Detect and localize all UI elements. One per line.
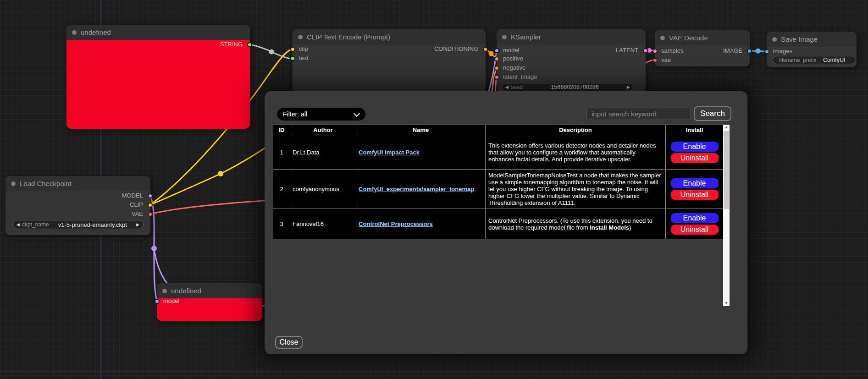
input-port-latent-image[interactable] (494, 75, 499, 80)
input-label-vae: vae (661, 56, 671, 64)
header-id: ID (273, 125, 290, 135)
node-save-image[interactable]: Save Image images filename_prefix ComfyU… (767, 32, 857, 67)
node-title: Save Image (781, 35, 818, 43)
wire-model-to-undefined (150, 196, 157, 301)
node-title: VAE Decode (669, 34, 708, 42)
filename-prefix-widget[interactable]: filename_prefix ComfyUI (773, 56, 856, 64)
node-undefined-model[interactable]: undefined model (157, 283, 262, 321)
cell-author: Fannovel16 (290, 209, 356, 239)
seed-decrement-arrow[interactable]: ◀ (505, 85, 509, 89)
table-row: 1 Dr.Lt.Data ComfyUI Impact Pack This ex… (273, 135, 724, 170)
enable-button[interactable]: Enable (671, 213, 719, 223)
seed-widget-name: seed (511, 84, 523, 90)
output-port-model[interactable] (148, 193, 153, 198)
input-port-clip[interactable] (290, 47, 295, 52)
filter-dropdown[interactable]: Filter: all (277, 108, 365, 121)
node-load-checkpoint[interactable]: Load Checkpoint MODEL CLIP VAE ◀ ckpt_na… (6, 176, 150, 235)
input-port-positive[interactable] (494, 56, 499, 61)
node-title: Load Checkpoint (20, 180, 72, 187)
cell-author: comfyanonymous (290, 170, 356, 209)
node-title: undefined (81, 28, 111, 36)
reroute-dot-conditioning[interactable] (489, 51, 494, 56)
node-clip-text-encode[interactable]: CLIP Text Encode (Prompt) clip text COND… (293, 29, 486, 93)
header-author: Author (290, 125, 356, 135)
input-label-negative: negative (503, 64, 525, 71)
input-label-images: images (773, 48, 792, 55)
search-button[interactable]: Search (694, 106, 731, 121)
input-label-latent-image: latent_image (503, 73, 537, 81)
output-label-string: STRING (220, 41, 243, 48)
reroute-dot-clip[interactable] (218, 171, 223, 176)
output-port-string[interactable] (247, 42, 252, 47)
output-port-vae[interactable] (148, 212, 153, 217)
cell-author: Dr.Lt.Data (290, 135, 356, 170)
custom-nodes-manager-dialog: Filter: all Search ID Author Name Descri… (265, 91, 747, 354)
scrollbar-up-arrow[interactable]: ▲ (723, 125, 730, 130)
input-port-negative[interactable] (494, 66, 499, 71)
ckpt-next-arrow[interactable]: ▶ (136, 222, 139, 227)
ckpt-prev-arrow[interactable]: ◀ (17, 222, 20, 227)
input-port-model[interactable] (155, 299, 160, 304)
enable-button[interactable]: Enable (671, 178, 719, 188)
header-description: Description (486, 125, 666, 135)
output-label-conditioning: CONDITIONING (434, 45, 478, 53)
reroute-dot-model[interactable] (151, 246, 157, 251)
input-port-images[interactable] (764, 49, 769, 54)
input-label-clip: clip (299, 45, 308, 53)
seed-increment-arrow[interactable]: ▶ (627, 85, 630, 89)
node-error-body (66, 40, 250, 129)
node-title-dot (298, 35, 303, 39)
uninstall-button[interactable]: Uninstall (671, 225, 719, 235)
output-label-vae: VAE (132, 210, 143, 218)
input-port-vae[interactable] (652, 58, 658, 63)
output-label-image: IMAGE (723, 47, 742, 55)
extension-link[interactable]: ComfyUI_experiments/sampler_tonemap (359, 186, 474, 192)
node-title: KSampler (511, 33, 541, 41)
ckpt-name-widget[interactable]: ◀ ckpt_name v1-5-pruned-emaonly.ckpt ▶ (12, 220, 144, 229)
extensions-table: ID Author Name Description Install 1 Dr.… (273, 125, 724, 239)
uninstall-button[interactable]: Uninstall (671, 153, 719, 163)
cell-id: 3 (273, 209, 290, 239)
scrollbar-down-arrow[interactable]: ▼ (723, 301, 730, 306)
canvas-axis-horizontal (0, 371, 868, 372)
header-install: Install (666, 125, 724, 135)
cell-description: ModelSamplerTonemapNoiseTest a node that… (486, 170, 666, 209)
cell-id: 2 (273, 170, 290, 209)
node-undefined-string[interactable]: undefined STRING (66, 25, 250, 129)
output-label-clip: CLIP (130, 201, 143, 209)
seed-widget-value: 156680208700286 (523, 84, 627, 90)
ckpt-widget-value: v1-5-pruned-emaonly.ckpt (49, 221, 136, 228)
output-port-clip[interactable] (148, 203, 153, 208)
input-label-positive: positive (503, 55, 523, 62)
header-name: Name (356, 125, 486, 135)
close-button[interactable]: Close (275, 336, 303, 349)
node-title-dot (772, 37, 777, 42)
seed-widget[interactable]: ◀ seed 156680208700286 ▶ (501, 83, 634, 91)
input-port-samples[interactable] (652, 49, 658, 54)
cell-description: ControlNet Preprocessors. (To use this e… (486, 209, 666, 239)
output-port-image[interactable] (747, 49, 752, 54)
node-title: CLIP Text Encode (Prompt) (307, 33, 390, 41)
search-input[interactable] (586, 108, 691, 120)
extensions-table-wrap: ID Author Name Description Install 1 Dr.… (273, 125, 730, 306)
table-header-row: ID Author Name Description Install (273, 125, 724, 135)
uninstall-button[interactable]: Uninstall (671, 190, 719, 200)
extension-link[interactable]: ComfyUI Impact Pack (359, 149, 420, 156)
cell-id: 1 (273, 135, 290, 170)
extension-link[interactable]: ControlNet Preprocessors (359, 220, 433, 227)
enable-button[interactable]: Enable (671, 142, 719, 152)
output-port-conditioning[interactable] (483, 47, 488, 52)
reroute-dot-string[interactable] (269, 49, 274, 55)
scrollbar-thumb[interactable] (724, 131, 729, 209)
input-label-model: model (163, 297, 179, 305)
table-scrollbar[interactable]: ▲ ▼ (723, 125, 730, 306)
input-port-text[interactable] (290, 56, 295, 61)
node-vae-decode[interactable]: VAE Decode samples vae IMAGE (655, 30, 750, 66)
output-port-latent[interactable] (643, 48, 648, 53)
input-label-samples: samples (661, 47, 683, 55)
node-title-dot (502, 35, 507, 39)
input-label-text: text (299, 55, 309, 62)
input-port-model[interactable] (494, 48, 499, 53)
reroute-dot-image[interactable] (756, 49, 761, 54)
node-ksampler[interactable]: KSampler model positive negative latent_… (497, 29, 646, 93)
